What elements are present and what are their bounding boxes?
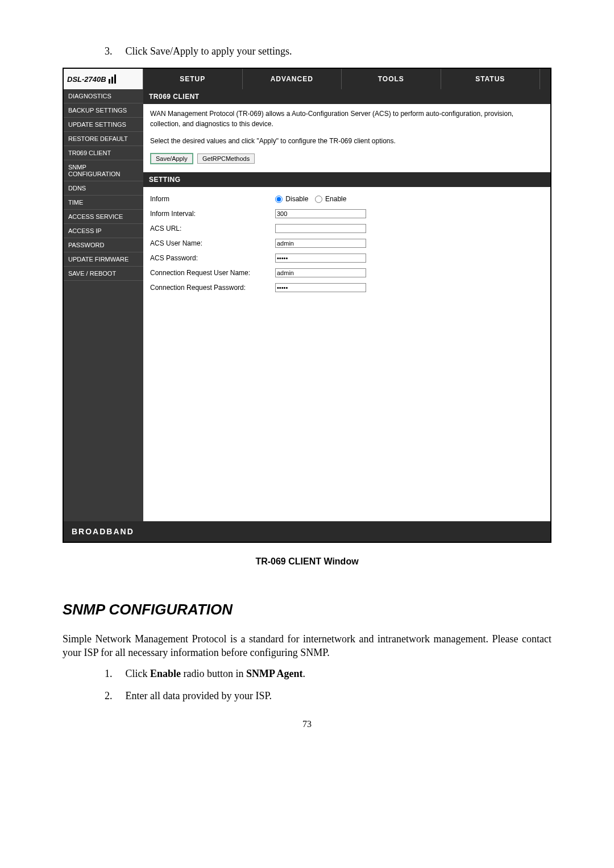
inform-interval-input[interactable] (275, 209, 366, 218)
page-number: 73 (63, 719, 551, 729)
step-bold: Enable (150, 668, 181, 679)
tab-setup[interactable]: SETUP (143, 69, 243, 89)
sidebar-item-update-settings[interactable]: UPDATE SETTINGS (64, 118, 143, 132)
instruction-step-1: 1. Click Enable radio button in SNMP Age… (105, 668, 551, 680)
inform-disable-option[interactable]: Disable (275, 195, 310, 203)
device-model: DSL-2740B (67, 75, 106, 84)
acs-password-label: ACS Password: (150, 251, 275, 265)
save-apply-button[interactable]: Save/Apply (150, 153, 193, 164)
sidebar-item-backup-settings[interactable]: BACKUP SETTINGS (64, 103, 143, 118)
instruction-step-3: 3. Click Save/Apply to apply your settin… (105, 45, 551, 57)
connection-request-password-input[interactable] (275, 283, 366, 292)
instruction-step-2: 2. Enter all data provided by your ISP. (105, 690, 551, 702)
router-ui-screenshot: DSL-2740B SETUP ADVANCED TOOLS STATUS DI… (63, 68, 551, 543)
sidebar-item-tr069-client[interactable]: TR069 CLIENT (64, 146, 143, 160)
step-text-part: Click (126, 668, 151, 679)
content-panel: TR069 CLIENT WAN Management Protocol (TR… (143, 89, 550, 521)
step-text-part: . (303, 668, 306, 679)
device-model-logo: DSL-2740B (64, 69, 143, 89)
setting-header: SETTING (143, 172, 550, 187)
inform-disable-radio[interactable] (275, 196, 283, 203)
step-bold: SNMP Agent (246, 668, 303, 679)
acs-password-input[interactable] (275, 254, 366, 263)
step-text-part: radio button in (181, 668, 246, 679)
acs-url-input[interactable] (275, 224, 366, 233)
acs-user-name-label: ACS User Name: (150, 236, 275, 251)
sidebar-item-ddns[interactable]: DDNS (64, 181, 143, 196)
step-text: Enter all data provided by your ISP. (126, 690, 272, 701)
tr069-description-1: WAN Management Protocol (TR-069) allows … (150, 109, 544, 129)
inform-interval-label: Inform Interval: (150, 206, 275, 221)
connection-request-user-input[interactable] (275, 268, 366, 277)
step-text: Click Save/Apply to apply your settings. (126, 45, 292, 57)
acs-url-label: ACS URL: (150, 221, 275, 236)
sidebar-item-access-service[interactable]: ACCESS SERVICE (64, 210, 143, 224)
tr069-client-header: TR069 CLIENT (143, 89, 550, 104)
acs-user-name-input[interactable] (275, 239, 366, 248)
inform-enable-radio[interactable] (315, 196, 322, 203)
getrpcmethods-button[interactable]: GetRPCMethods (197, 153, 255, 164)
snmp-configuration-heading: SNMP CONFIGURATION (63, 601, 551, 618)
sidebar-item-password[interactable]: PASSWORD (64, 238, 143, 252)
sidebar-item-time[interactable]: TIME (64, 196, 143, 210)
tr069-description-2: Select the desired values and click "App… (150, 136, 544, 146)
inform-enable-option[interactable]: Enable (315, 195, 347, 203)
step-number: 3. (105, 45, 123, 57)
sidebar-item-save-reboot[interactable]: SAVE / REBOOT (64, 267, 143, 281)
broadband-footer: BROADBAND (64, 521, 550, 542)
nav-gap (540, 69, 550, 89)
figure-caption: TR-069 CLIENT Window (63, 556, 551, 567)
tab-status[interactable]: STATUS (441, 69, 541, 89)
signal-bars-icon (109, 74, 116, 84)
sidebar-item-update-firmware[interactable]: UPDATE FIRMWARE (64, 252, 143, 267)
step-number: 2. (105, 690, 123, 702)
sidebar-item-restore-default[interactable]: RESTORE DEFAULT (64, 132, 143, 146)
sidebar-item-access-ip[interactable]: ACCESS IP (64, 224, 143, 238)
tab-advanced[interactable]: ADVANCED (243, 69, 342, 89)
snmp-intro-paragraph: Simple Network Management Protocol is a … (63, 632, 551, 660)
inform-label: Inform (150, 192, 275, 206)
tab-tools[interactable]: TOOLS (342, 69, 441, 89)
sidebar-item-diagnostics[interactable]: DIAGNOSTICS (64, 89, 143, 103)
sidebar-item-snmp-configuration[interactable]: SNMP CONFIGURATION (64, 160, 143, 181)
sidebar: DIAGNOSTICS BACKUP SETTINGS UPDATE SETTI… (64, 89, 143, 521)
connection-request-user-label: Connection Request User Name: (150, 265, 275, 280)
connection-request-password-label: Connection Request Password: (150, 280, 275, 295)
step-number: 1. (105, 668, 123, 680)
